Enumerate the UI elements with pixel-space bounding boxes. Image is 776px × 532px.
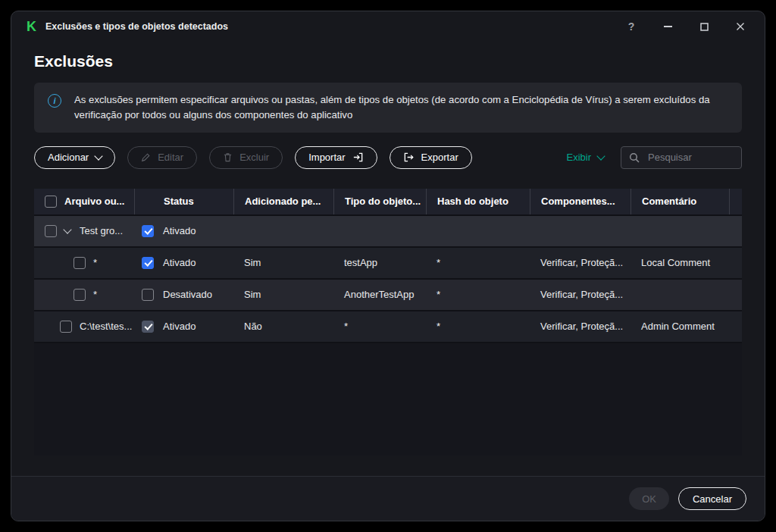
- window-title: Exclusões e tipos de objetos detectados: [45, 21, 228, 32]
- row-status-cell: Desativado: [134, 280, 233, 310]
- empty-cell: [333, 216, 426, 246]
- window-controls: ?: [605, 16, 751, 37]
- group-file-cell: Test gro...: [34, 216, 134, 246]
- chevron-down-icon: [95, 152, 103, 160]
- page-title: Exclusões: [34, 52, 742, 70]
- row-components: Verificar, Proteçã...: [530, 311, 630, 342]
- pencil-icon: [141, 152, 151, 162]
- header-hash[interactable]: Hash do objeto: [426, 189, 530, 214]
- cancel-button[interactable]: Cancelar: [678, 487, 746, 510]
- group-status-checkbox[interactable]: [142, 225, 154, 237]
- footer: OK Cancelar: [11, 476, 765, 521]
- header-type[interactable]: Tipo do objeto...: [333, 189, 426, 214]
- row-components: Verificar, Proteçã...: [530, 248, 630, 278]
- row-added: Não: [233, 311, 333, 342]
- add-button-label: Adicionar: [48, 152, 89, 163]
- titlebar-left: K Exclusões e tipos de objetos detectado…: [27, 20, 228, 33]
- row-select-checkbox[interactable]: [74, 289, 86, 301]
- help-button[interactable]: ?: [621, 16, 642, 37]
- chevron-down-icon: [596, 152, 605, 160]
- row-type: AnotherTestApp: [333, 280, 426, 310]
- table-body: Test gro... Ativado: [34, 216, 742, 343]
- row-select-checkbox[interactable]: [60, 321, 72, 333]
- select-all-checkbox[interactable]: [45, 196, 57, 208]
- search-input[interactable]: [646, 151, 734, 164]
- header-filler: [729, 189, 742, 214]
- header-file-cell: Arquivo ou...: [34, 189, 134, 214]
- main-content: Exclusões i As exclusões permitem especi…: [11, 42, 765, 476]
- close-button[interactable]: [730, 16, 751, 37]
- add-button[interactable]: Adicionar: [34, 146, 115, 169]
- header-status[interactable]: Status: [134, 189, 233, 214]
- row-status-checkbox[interactable]: [142, 257, 154, 269]
- group-name: Test gro...: [80, 225, 123, 236]
- edit-button[interactable]: Editar: [127, 146, 197, 169]
- kaspersky-logo-icon: K: [27, 20, 36, 33]
- row-added: Sim: [233, 280, 333, 310]
- row-added: Sim: [233, 248, 333, 278]
- delete-button-label: Excluir: [239, 152, 269, 163]
- search-box[interactable]: [621, 146, 742, 169]
- row-status-cell: Ativado: [134, 311, 233, 342]
- edit-button-label: Editar: [158, 152, 183, 163]
- app-window: K Exclusões e tipos de objetos detectado…: [11, 11, 765, 521]
- row-file: *: [93, 257, 97, 268]
- row-file-cell: *: [34, 280, 134, 310]
- ok-button[interactable]: OK: [629, 487, 669, 510]
- row-hash: *: [426, 311, 530, 342]
- header-components[interactable]: Componentes...: [530, 189, 630, 214]
- header-comment[interactable]: Comentário: [630, 189, 729, 214]
- empty-cell: [729, 216, 742, 246]
- group-status-label: Ativado: [163, 225, 196, 236]
- info-text: As exclusões permitem especificar arquiv…: [74, 92, 726, 123]
- row-type: testApp: [333, 248, 426, 278]
- row-file-cell: C:\test\tes...: [34, 311, 134, 342]
- maximize-icon: [700, 23, 709, 31]
- row-file-cell: *: [34, 248, 134, 278]
- import-button-label: Importar: [308, 152, 345, 163]
- export-button[interactable]: Exportar: [390, 146, 472, 169]
- row-hash: *: [426, 248, 530, 278]
- header-file-label[interactable]: Arquivo ou...: [64, 196, 124, 207]
- row-hash: *: [426, 280, 530, 310]
- exclusions-table: Arquivo ou... Status Adicionado pe... Ti…: [34, 189, 742, 455]
- maximize-button[interactable]: [693, 16, 715, 37]
- search-icon: [629, 152, 640, 163]
- row-status-checkbox[interactable]: [142, 289, 154, 301]
- row-select-checkbox[interactable]: [45, 225, 57, 237]
- row-status-cell: Ativado: [134, 248, 233, 278]
- row-type: *: [333, 311, 426, 342]
- delete-button[interactable]: Excluir: [209, 146, 283, 169]
- group-collapse-chevron-icon[interactable]: [63, 225, 71, 233]
- row-file: *: [93, 289, 97, 300]
- row-comment: Local Comment: [630, 248, 729, 278]
- group-status-cell: Ativado: [134, 216, 233, 246]
- row-comment: Admin Comment: [630, 311, 729, 342]
- export-button-label: Exportar: [421, 152, 458, 163]
- minimize-button[interactable]: [657, 16, 678, 37]
- empty-cell: [426, 216, 530, 246]
- export-icon: [403, 152, 415, 163]
- view-dropdown[interactable]: Exibir: [562, 151, 609, 164]
- row-status-checkbox[interactable]: [142, 321, 154, 333]
- close-icon: [736, 22, 745, 31]
- toolbar: Adicionar Editar Excluir Importar: [34, 146, 742, 169]
- row-select-checkbox[interactable]: [74, 257, 86, 269]
- table-row-group[interactable]: Test gro... Ativado: [34, 216, 742, 248]
- row-status-label: Ativado: [163, 257, 196, 268]
- table-row[interactable]: * Ativado Sim testApp * Verificar, Prote…: [34, 248, 742, 280]
- minimize-icon: [664, 26, 672, 27]
- table-header: Arquivo ou... Status Adicionado pe... Ti…: [34, 189, 742, 216]
- empty-cell: [233, 216, 333, 246]
- empty-cell: [630, 216, 729, 246]
- trash-icon: [223, 152, 233, 162]
- table-row[interactable]: C:\test\tes... Ativado Não * * Verificar…: [34, 311, 742, 343]
- table-row[interactable]: * Desativado Sim AnotherTestApp * Verifi…: [34, 280, 742, 311]
- desktop-background: K Exclusões e tipos de objetos detectado…: [0, 0, 776, 532]
- row-status-label: Ativado: [163, 321, 196, 332]
- import-button[interactable]: Importar: [295, 146, 377, 169]
- view-dropdown-label: Exibir: [566, 152, 591, 163]
- empty-cell: [729, 311, 742, 342]
- empty-cell: [530, 216, 630, 246]
- header-added[interactable]: Adicionado pe...: [233, 189, 333, 214]
